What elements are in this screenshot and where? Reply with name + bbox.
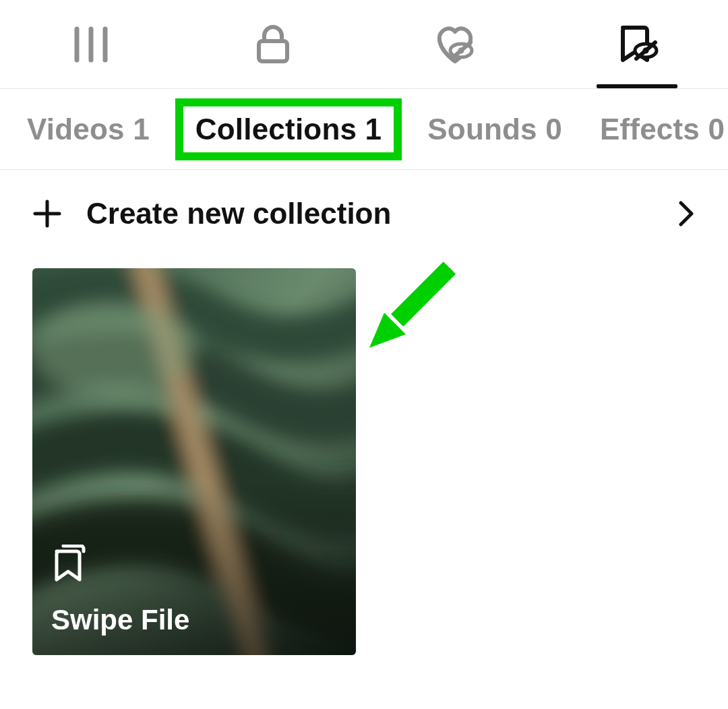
svg-rect-13 xyxy=(391,261,456,326)
tab-liked[interactable] xyxy=(364,0,546,88)
svg-marker-12 xyxy=(369,313,406,348)
subtab-videos-label: Videos xyxy=(27,113,125,146)
subtab-sounds[interactable]: Sounds 0 xyxy=(427,113,562,146)
annotation-arrow-icon xyxy=(357,255,472,372)
subtab-collections[interactable]: Collections 1 xyxy=(187,106,390,152)
create-collection-label: Create new collection xyxy=(86,197,391,230)
subtab-collections-label: Collections xyxy=(195,113,357,146)
subtab-effects-count: 0 xyxy=(708,113,725,146)
create-collection-button[interactable]: Create new collection xyxy=(32,197,696,230)
collection-card-overlay: Swipe File xyxy=(51,545,189,636)
grid-lines-icon xyxy=(71,25,111,64)
active-tab-underline xyxy=(597,84,677,88)
collection-card[interactable]: Swipe File xyxy=(32,268,356,655)
subtab-sounds-count: 0 xyxy=(545,113,562,146)
tab-private[interactable] xyxy=(182,0,364,88)
bookmark-hidden-icon xyxy=(613,24,661,65)
collections-pane: Create new collection xyxy=(0,170,728,682)
subtab-videos[interactable]: Videos 1 xyxy=(27,113,150,146)
subtab-effects-label: Effects xyxy=(600,113,700,146)
subtab-videos-count: 1 xyxy=(133,113,150,146)
annotation-highlight-box: Collections 1 xyxy=(175,98,402,160)
chevron-right-icon xyxy=(677,199,696,228)
collection-title: Swipe File xyxy=(51,604,189,636)
subtab-collections-count: 1 xyxy=(365,113,382,146)
bookmark-stack-icon xyxy=(51,545,189,585)
svg-rect-3 xyxy=(259,41,287,61)
tab-feed[interactable] xyxy=(0,0,182,88)
profile-icon-tabs xyxy=(0,0,728,89)
subtab-effects[interactable]: Effects 0 xyxy=(600,113,725,146)
tab-saved[interactable] xyxy=(546,0,728,88)
heart-hidden-icon xyxy=(431,24,479,65)
plus-icon xyxy=(32,199,62,228)
lock-icon xyxy=(252,24,294,65)
saved-subtabs: Videos 1 Collections 1 Sounds 0 Effects … xyxy=(0,89,728,170)
subtab-sounds-label: Sounds xyxy=(427,113,537,146)
